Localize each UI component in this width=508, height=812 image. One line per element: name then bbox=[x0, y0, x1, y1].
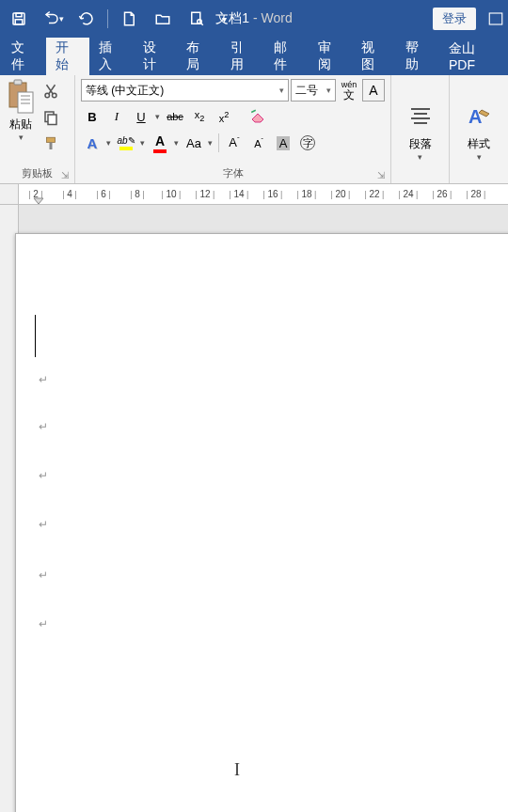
text-effects-dropdown[interactable]: ▾ bbox=[104, 138, 113, 148]
new-icon bbox=[120, 10, 137, 27]
paragraph-mark: ↵ bbox=[39, 420, 48, 433]
copy-button[interactable] bbox=[40, 107, 62, 128]
ruler-tick: | 18 | bbox=[290, 184, 324, 204]
paste-icon bbox=[6, 79, 36, 115]
tab-references[interactable]: 引用 bbox=[221, 38, 265, 75]
highlight-dropdown[interactable]: ▾ bbox=[138, 138, 147, 148]
enclose-characters-button[interactable]: 字 bbox=[296, 132, 319, 154]
indent-marker[interactable] bbox=[33, 197, 44, 205]
tab-design[interactable]: 设计 bbox=[134, 38, 178, 75]
paragraph-icon bbox=[405, 102, 436, 133]
ribbon: 粘贴 ▾ 剪贴板 ⇲ bbox=[0, 75, 508, 184]
tab-view[interactable]: 视图 bbox=[352, 38, 396, 75]
tab-home[interactable]: 开始 bbox=[46, 38, 90, 75]
paragraph-mark: ↵ bbox=[39, 569, 48, 582]
styles-button[interactable]: A 样式 ▾ bbox=[450, 75, 508, 183]
ruler-tick: | 28 | bbox=[459, 184, 493, 204]
svg-rect-16 bbox=[47, 137, 56, 142]
strikethrough-button[interactable]: abc bbox=[164, 105, 186, 128]
horizontal-ruler[interactable]: | 2 || 4 || 6 || 8 || 10 || 12 || 14 || … bbox=[0, 184, 508, 205]
undo-button[interactable]: ▾ bbox=[38, 5, 68, 33]
quick-access-toolbar: ▾ ▾ bbox=[0, 5, 232, 33]
tab-file[interactable]: 文件 bbox=[0, 38, 46, 75]
bold-button[interactable]: B bbox=[81, 105, 103, 128]
format-painter-icon bbox=[42, 135, 59, 152]
tab-review[interactable]: 审阅 bbox=[309, 38, 353, 75]
font-color-button[interactable]: A bbox=[149, 132, 171, 154]
ruler-tick: | 12 | bbox=[188, 184, 222, 204]
paragraph-button[interactable]: 段落 ▾ bbox=[391, 75, 449, 183]
ruler-tick: | 6 | bbox=[87, 184, 120, 204]
ruler-tick: | 14 | bbox=[222, 184, 256, 204]
svg-text:A: A bbox=[468, 106, 482, 127]
ibeam-pointer: I bbox=[234, 760, 240, 780]
ruler-tick: | 10 | bbox=[154, 184, 188, 204]
character-shading-button[interactable]: A bbox=[272, 132, 294, 154]
tab-insert[interactable]: 插入 bbox=[89, 38, 134, 75]
shrink-font-button[interactable]: Aˇ bbox=[247, 132, 270, 154]
font-name-combo[interactable]: 等线 (中文正文)▾ bbox=[81, 79, 289, 102]
clipboard-launcher[interactable]: ⇲ bbox=[61, 170, 72, 181]
open-button[interactable] bbox=[148, 5, 178, 33]
font-size-combo[interactable]: 二号▾ bbox=[291, 79, 336, 102]
undo-icon bbox=[42, 10, 61, 27]
svg-rect-17 bbox=[50, 143, 53, 150]
tab-help[interactable]: 帮助 bbox=[396, 38, 440, 75]
save-icon bbox=[10, 10, 27, 27]
ruler-tick: | 20 | bbox=[324, 184, 357, 204]
paragraph-mark: ↵ bbox=[39, 469, 48, 482]
ruler-corner bbox=[0, 184, 19, 204]
share-icon bbox=[487, 10, 504, 27]
clear-formatting-button[interactable] bbox=[246, 105, 269, 128]
subscript-button[interactable]: x2 bbox=[188, 105, 211, 128]
styles-icon: A bbox=[464, 102, 494, 133]
eraser-icon bbox=[248, 108, 267, 125]
document-area: ↵↵↵↵↵↵ I bbox=[0, 205, 508, 812]
paste-label: 粘贴 bbox=[4, 117, 38, 133]
highlight-button[interactable]: ab✎ bbox=[115, 132, 137, 154]
tab-jinshan-pdf[interactable]: 金山PDF bbox=[439, 38, 508, 75]
underline-dropdown[interactable]: ▾ bbox=[153, 112, 162, 121]
document-page[interactable]: ↵↵↵↵↵↵ I bbox=[15, 233, 508, 812]
ruler-tick: | 26 | bbox=[425, 184, 459, 204]
svg-marker-23 bbox=[34, 198, 43, 204]
font-color-dropdown[interactable]: ▾ bbox=[172, 138, 181, 148]
redo-button[interactable] bbox=[71, 5, 102, 33]
share-button[interactable] bbox=[487, 10, 504, 27]
copy-icon bbox=[42, 109, 59, 126]
superscript-button[interactable]: x2 bbox=[213, 105, 235, 128]
group-font: 等线 (中文正文)▾ 二号▾ wén 文 A B I bbox=[75, 75, 391, 183]
format-painter-button[interactable] bbox=[40, 133, 62, 154]
svg-rect-15 bbox=[48, 115, 56, 125]
group-styles: A 样式 ▾ bbox=[450, 75, 508, 183]
paragraph-mark: ↵ bbox=[39, 373, 48, 386]
text-cursor bbox=[35, 315, 36, 357]
titlebar: ▾ ▾ 文档1 - Word 登录 bbox=[0, 0, 508, 38]
print-preview-button[interactable] bbox=[182, 5, 212, 33]
document-name: 文档1 bbox=[215, 10, 249, 25]
change-case-dropdown[interactable]: ▾ bbox=[206, 138, 214, 148]
paste-button[interactable]: 粘贴 ▾ bbox=[4, 79, 38, 142]
italic-button[interactable]: I bbox=[105, 105, 128, 128]
font-launcher[interactable]: ⇲ bbox=[377, 170, 389, 181]
text-effects-button[interactable]: A bbox=[81, 132, 103, 154]
cut-button[interactable] bbox=[40, 81, 62, 102]
login-button[interactable]: 登录 bbox=[433, 8, 476, 30]
ruler-tick: | 16 | bbox=[256, 184, 290, 204]
ruler-tick: | 22 | bbox=[357, 184, 391, 204]
ruler-tick: | 8 | bbox=[120, 184, 154, 204]
tab-layout[interactable]: 布局 bbox=[177, 38, 221, 75]
change-case-button[interactable]: Aa bbox=[183, 132, 205, 154]
save-button[interactable] bbox=[4, 5, 34, 33]
tab-mailings[interactable]: 邮件 bbox=[264, 38, 309, 75]
redo-icon bbox=[78, 10, 95, 27]
print-preview-icon bbox=[188, 10, 205, 27]
app-name-sep: - bbox=[249, 10, 261, 25]
character-border-button[interactable]: A bbox=[362, 79, 385, 102]
svg-rect-2 bbox=[15, 20, 23, 24]
phonetic-guide-button[interactable]: wén 文 bbox=[338, 79, 360, 102]
new-button[interactable] bbox=[114, 5, 144, 33]
underline-button[interactable]: U bbox=[130, 105, 152, 128]
font-group-label: 字体 bbox=[75, 164, 390, 183]
grow-font-button[interactable]: Aˆ bbox=[223, 132, 246, 154]
